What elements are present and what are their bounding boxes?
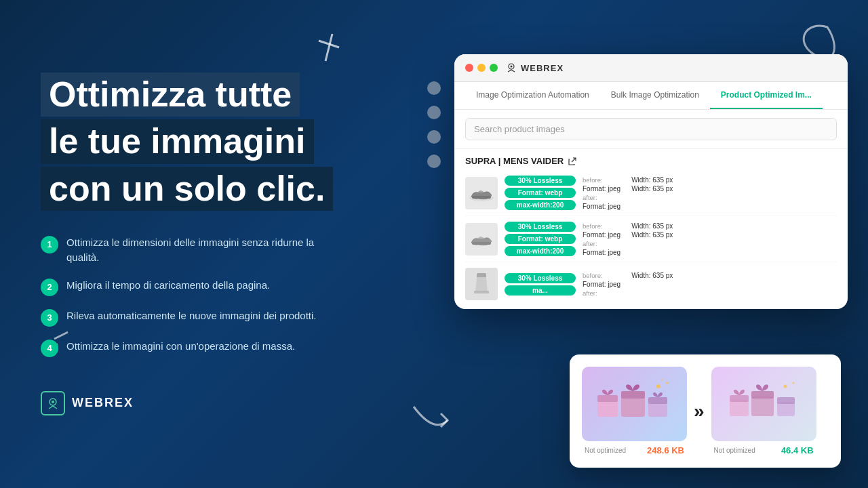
before-label-1: before:	[583, 176, 620, 184]
after-not-optimized: Not optimized	[714, 447, 755, 454]
svg-rect-11	[621, 396, 645, 417]
right-panel: WEBREX Image Optimization Automation Bul…	[454, 54, 868, 309]
before-image-content	[594, 376, 675, 432]
svg-point-16	[666, 382, 669, 384]
after-format-1: Format: jpeg	[583, 203, 620, 210]
svg-point-24	[784, 384, 787, 388]
svg-rect-5	[472, 196, 491, 199]
after-label-2: after:	[583, 240, 620, 247]
meta-before-2: before: Format: jpeg after: Format: jpeg	[583, 222, 620, 256]
meta-width-2: Width: 635 px Width: 635 px	[631, 222, 673, 256]
dot-green	[490, 64, 498, 72]
badge-lossless-1: 30% Lossless	[505, 176, 576, 186]
meta-cols-3: before: Format: jpeg after: Width: 635 p…	[583, 272, 837, 297]
logo-icon	[41, 391, 65, 415]
svg-rect-8	[474, 291, 489, 293]
svg-rect-12	[621, 391, 645, 399]
browser-dots	[465, 64, 498, 72]
svg-rect-21	[751, 391, 774, 399]
table-row: 30% Lossless Format: webp max-width:200 …	[465, 170, 837, 216]
feature-number-1: 1	[41, 236, 58, 253]
product-thumb-3	[465, 268, 498, 300]
arrow-icon: »	[694, 401, 705, 422]
before-width-2: Width: 635 px	[631, 222, 673, 230]
badges-1: 30% Lossless Format: webp max-width:200	[505, 176, 576, 210]
after-image-content	[723, 376, 804, 432]
search-row: Search product images	[454, 110, 848, 149]
svg-rect-19	[730, 395, 749, 402]
badges-3: 30% Lossless ma...	[505, 273, 576, 296]
feature-item-3: 3 Rileva automaticamente le nuove immagi…	[41, 308, 346, 327]
sidebar-circle-2	[427, 106, 441, 119]
table-row: 30% Lossless Format: webp max-width:200 …	[465, 216, 837, 262]
meta-width-3: Width: 635 px	[631, 272, 673, 297]
features-list: 1 Ottimizza le dimensioni delle immagini…	[41, 235, 400, 357]
svg-point-17	[660, 378, 663, 380]
browser-brand: WEBREX	[506, 62, 564, 73]
svg-rect-9	[597, 400, 618, 417]
product-header: SUPRA | MENS VAIDER	[454, 149, 848, 170]
after-label-row: Not optimized 46.4 KB	[711, 445, 816, 455]
meta-width-before-1: Width: 635 px Width: 635 px	[631, 176, 673, 210]
svg-rect-13	[648, 402, 667, 417]
after-width-1: Width: 635 px	[631, 185, 673, 192]
badge-lossless-2: 30% Lossless	[505, 222, 576, 232]
tab-product-optimized[interactable]: Product Optimized Im...	[710, 82, 823, 109]
browser-titlebar: WEBREX	[454, 54, 848, 82]
logo-text: WEBREX	[72, 396, 134, 410]
svg-rect-10	[597, 395, 618, 402]
tab-image-optimization[interactable]: Image Optimization Automation	[465, 82, 600, 109]
badge-width-2: max-width:200	[505, 246, 576, 256]
svg-rect-18	[730, 400, 749, 416]
product-thumb-2	[465, 223, 498, 256]
sidebar-circles	[427, 81, 441, 168]
svg-rect-14	[648, 397, 667, 404]
search-input[interactable]: Search product images	[465, 118, 837, 140]
svg-point-15	[656, 384, 660, 388]
badge-lossless-3: 30% Lossless	[505, 273, 576, 283]
after-col: Not optimized 46.4 KB	[711, 367, 816, 455]
product-thumb-1	[465, 177, 498, 209]
feature-item-2: 2 Migliora il tempo di caricamento della…	[41, 278, 346, 296]
badge-format-2: Format: webp	[505, 234, 576, 244]
feature-text-1: Ottimizza le dimensioni delle immagini s…	[66, 235, 346, 266]
before-label-3: before:	[583, 272, 620, 279]
main-title: Ottimizza tutte le tue immagini con un s…	[41, 73, 400, 211]
meta-before-3: before: Format: jpeg after:	[583, 272, 620, 297]
feature-item-4: 4 Ottimizza le immagini con un'operazion…	[41, 339, 346, 357]
svg-rect-6	[472, 242, 491, 245]
svg-point-1	[52, 401, 54, 403]
sidebar-circle-1	[427, 81, 441, 95]
before-not-optimized: Not optimized	[585, 447, 626, 454]
after-width-2: Width: 635 px	[631, 231, 673, 239]
after-label-1: after:	[583, 194, 620, 201]
tabs-row: Image Optimization Automation Bulk Image…	[454, 82, 848, 110]
dot-red	[465, 64, 473, 72]
dot-yellow	[477, 64, 486, 72]
before-format-2: Format: jpeg	[583, 231, 620, 239]
meta-cols-2: before: Format: jpeg after: Format: jpeg…	[583, 222, 837, 256]
svg-point-3	[511, 66, 513, 68]
before-label-row: Not optimized 248.6 KB	[582, 445, 687, 455]
browser-window: WEBREX Image Optimization Automation Bul…	[454, 54, 848, 309]
before-format-1: Format: jpeg	[583, 185, 620, 192]
after-label-3: after:	[583, 289, 620, 297]
after-format-2: Format: jpeg	[583, 249, 620, 256]
external-link-icon	[568, 157, 577, 166]
sidebar-circle-3	[427, 130, 441, 144]
feature-number-2: 2	[41, 279, 58, 296]
before-image	[582, 367, 687, 441]
before-width-1: Width: 635 px	[631, 176, 673, 184]
tab-bulk-optimization[interactable]: Bulk Image Optimization	[600, 82, 710, 109]
feature-text-3: Rileva automaticamente le nuove immagini…	[66, 308, 317, 324]
svg-rect-22	[777, 402, 795, 416]
before-format-3: Format: jpeg	[583, 281, 620, 288]
feature-text-4: Ottimizza le immagini con un'operazione …	[66, 339, 295, 354]
after-size: 46.4 KB	[781, 445, 814, 455]
brand-text: WEBREX	[521, 63, 564, 73]
before-size: 248.6 KB	[647, 445, 684, 455]
before-label-2: before:	[583, 222, 620, 230]
feature-text-2: Migliora il tempo di caricamento della p…	[66, 278, 270, 293]
product-rows: 30% Lossless Format: webp max-width:200 …	[454, 170, 848, 309]
meta-cols-1: before: Format: jpeg after: Format: jpeg…	[583, 176, 837, 210]
